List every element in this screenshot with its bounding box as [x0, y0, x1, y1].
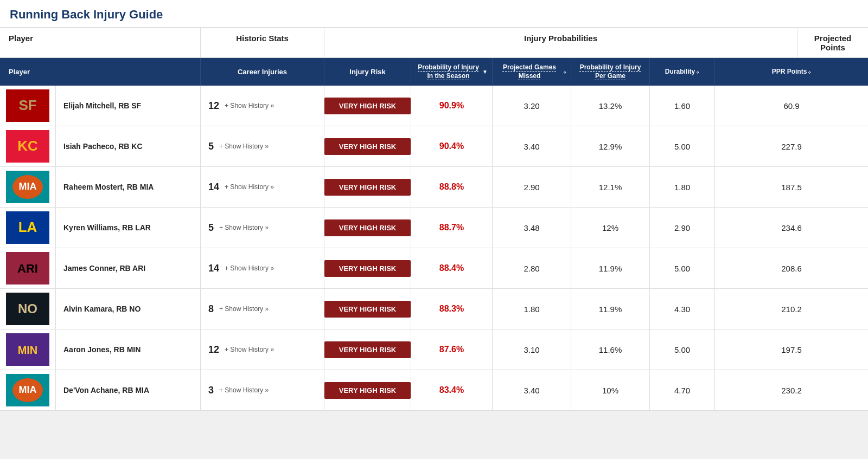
ppr-cell: 210.2: [715, 289, 868, 329]
risk-badge: VERY HIGH RISK: [324, 341, 411, 358]
career-injuries-number: 12: [208, 344, 219, 355]
prob-game-cell: 10%: [571, 370, 650, 410]
ch-prob-game-label: Probability of Injury Per Game: [576, 63, 645, 80]
gh-projected: Projected Points: [797, 28, 868, 57]
col-header-row: Player Career Injuries Injury Risk Proba…: [0, 58, 868, 86]
prob-season-cell: 88.3%: [411, 289, 493, 329]
career-injuries-number: 3: [208, 385, 214, 396]
table-row: NO Alvin Kamara, RB NO 8 + Show History …: [0, 289, 868, 329]
injury-risk-cell: VERY HIGH RISK: [324, 329, 411, 370]
ppr-cell: 234.6: [715, 208, 868, 248]
show-history-link[interactable]: + Show History »: [225, 183, 274, 191]
career-injuries-number: 5: [208, 222, 214, 234]
career-injuries-cell: 8 + Show History »: [201, 289, 324, 329]
svg-text:MIA: MIA: [19, 384, 37, 395]
proj-games-cell: 1.80: [493, 289, 571, 329]
career-injuries-number: 14: [208, 182, 219, 193]
rows-container: SF Elijah Mitchell, RB SF 12 + Show Hist…: [0, 86, 868, 411]
durability-cell: 1.80: [650, 167, 715, 207]
ch-ppr-label: PPR Points: [772, 68, 807, 76]
group-header-row: Player Historic Stats Injury Probabiliti…: [0, 28, 868, 58]
risk-badge: VERY HIGH RISK: [324, 301, 411, 318]
sort-arrow-prob-season[interactable]: ▼: [482, 68, 488, 75]
svg-text:SF: SF: [18, 97, 36, 113]
show-history-link[interactable]: + Show History »: [225, 264, 274, 272]
svg-text:LA: LA: [18, 219, 37, 235]
team-logo-cell: MIA: [0, 167, 56, 207]
career-injuries-cell: 5 + Show History »: [201, 208, 324, 248]
durability-cell: 1.60: [650, 86, 715, 126]
ch-prob-season-label: Probability of Injury In the Season: [416, 63, 481, 80]
ppr-cell: 197.5: [715, 329, 868, 370]
ch-injury-risk: Injury Risk: [324, 58, 411, 86]
ch-proj-games-label: Projected Games Missed: [497, 63, 562, 80]
prob-game-cell: 11.9%: [571, 248, 650, 288]
sort-arrow-ppr[interactable]: ⬦: [808, 68, 811, 75]
player-name: Elijah Mitchell, RB SF: [56, 86, 201, 126]
table-row: ARI James Conner, RB ARI 14 + Show Histo…: [0, 248, 868, 289]
sort-arrow-proj-games[interactable]: ⬦: [563, 68, 566, 75]
proj-games-cell: 3.40: [493, 370, 571, 410]
injury-risk-cell: VERY HIGH RISK: [324, 126, 411, 166]
ch-prob-season[interactable]: Probability of Injury In the Season ▼: [411, 58, 493, 86]
player-name: De'Von Achane, RB MIA: [56, 370, 201, 410]
durability-cell: 5.00: [650, 126, 715, 166]
ch-ppr[interactable]: PPR Points ⬦: [715, 58, 868, 86]
player-name: Kyren Williams, RB LAR: [56, 208, 201, 248]
career-injuries-number: 14: [208, 263, 219, 274]
risk-badge: VERY HIGH RISK: [324, 98, 411, 114]
durability-cell: 2.90: [650, 208, 715, 248]
svg-text:KC: KC: [17, 138, 38, 154]
prob-season-cell: 88.7%: [411, 208, 493, 248]
prob-season-cell: 88.8%: [411, 167, 493, 207]
prob-game-cell: 12.1%: [571, 167, 650, 207]
prob-game-cell: 13.2%: [571, 86, 650, 126]
career-injuries-cell: 14 + Show History »: [201, 167, 324, 207]
prob-season-cell: 87.6%: [411, 329, 493, 370]
career-injuries-number: 12: [208, 100, 219, 112]
durability-cell: 4.30: [650, 289, 715, 329]
risk-badge: VERY HIGH RISK: [324, 179, 411, 196]
prob-season-cell: 83.4%: [411, 370, 493, 410]
show-history-link[interactable]: + Show History »: [225, 102, 274, 109]
injury-risk-cell: VERY HIGH RISK: [324, 248, 411, 288]
svg-text:MIA: MIA: [19, 181, 37, 192]
prob-season-cell: 90.9%: [411, 86, 493, 126]
ch-proj-games[interactable]: Projected Games Missed ⬦: [493, 58, 571, 86]
gh-historic: Historic Stats: [201, 28, 324, 57]
career-injuries-cell: 14 + Show History »: [201, 248, 324, 288]
svg-text:NO: NO: [18, 301, 37, 316]
career-injuries-number: 5: [208, 141, 214, 152]
ppr-cell: 187.5: [715, 167, 868, 207]
player-name: James Conner, RB ARI: [56, 248, 201, 288]
career-injuries-cell: 12 + Show History »: [201, 86, 324, 126]
show-history-link[interactable]: + Show History »: [219, 224, 269, 231]
show-history-link[interactable]: + Show History »: [219, 305, 269, 313]
team-logo-cell: KC: [0, 126, 56, 166]
table-row: SF Elijah Mitchell, RB SF 12 + Show Hist…: [0, 86, 868, 126]
ppr-cell: 60.9: [715, 86, 868, 126]
injury-risk-cell: VERY HIGH RISK: [324, 370, 411, 410]
injury-risk-cell: VERY HIGH RISK: [324, 208, 411, 248]
proj-games-cell: 2.90: [493, 167, 571, 207]
ch-durability-label: Durability: [665, 68, 695, 76]
prob-game-cell: 12.9%: [571, 126, 650, 166]
gh-player: Player: [0, 28, 201, 57]
durability-cell: 5.00: [650, 329, 715, 370]
career-injuries-cell: 12 + Show History »: [201, 329, 324, 370]
team-logo-cell: SF: [0, 86, 56, 126]
risk-badge: VERY HIGH RISK: [324, 260, 411, 277]
risk-badge: VERY HIGH RISK: [324, 382, 411, 399]
show-history-link[interactable]: + Show History »: [219, 386, 269, 394]
table-row: MIA Raheem Mostert, RB MIA 14 + Show His…: [0, 167, 868, 208]
injury-risk-cell: VERY HIGH RISK: [324, 289, 411, 329]
ch-durability[interactable]: Durability ⬦: [650, 58, 715, 86]
prob-season-cell: 88.4%: [411, 248, 493, 288]
show-history-link[interactable]: + Show History »: [219, 143, 269, 150]
ch-career: Career Injuries: [201, 58, 324, 86]
show-history-link[interactable]: + Show History »: [225, 346, 274, 353]
prob-game-cell: 11.6%: [571, 329, 650, 370]
sort-arrow-durability[interactable]: ⬦: [696, 68, 699, 75]
ppr-cell: 227.9: [715, 126, 868, 166]
table-row: MIN Aaron Jones, RB MIN 12 + Show Histor…: [0, 329, 868, 370]
